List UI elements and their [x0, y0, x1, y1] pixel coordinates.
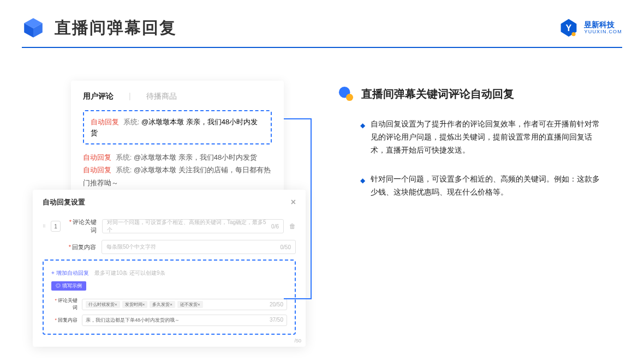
form-row-2: *回复内容 每条限50个中文字符 0/50 [43, 240, 296, 254]
right-panel: 直播间弹幕关键词评论自动回复 ◆ 自动回复设置为了提升作者的评论回复效率，作者可… [338, 64, 611, 337]
content: 用户评论 | 待播商品 自动回复 系统: @冰墩墩本墩 亲亲，我们48小时内发货… [0, 48, 644, 337]
counter: 20/50 [270, 301, 283, 307]
auto-reply-tag: 自动回复 [83, 166, 111, 174]
example-row-1: *评论关键词 什么时候发货× 发货时间× 多久发货× 还不发货× 20/50 [51, 297, 287, 311]
brand-en: YUUXIN.COM [584, 29, 622, 35]
chip[interactable]: 什么时候发货× [86, 301, 120, 308]
brand: Y 昱新科技 YUUXIN.COM [559, 18, 622, 38]
highlighted-comment: 自动回复 系统: @冰墩墩本墩 亲亲，我们48小时内发货 [83, 110, 272, 144]
scroll-counter: /50 [294, 338, 301, 343]
add-auto-reply-link[interactable]: + 增加自动回复 [51, 270, 89, 276]
delete-icon[interactable]: 🗑 [289, 222, 296, 230]
header-left: 直播间弹幕回复 [22, 16, 177, 39]
svg-text:Y: Y [566, 23, 572, 33]
modal-header: 自动回复设置 × [43, 197, 296, 213]
comments-card: 用户评论 | 待播商品 自动回复 系统: @冰墩墩本墩 亲亲，我们48小时内发货… [71, 81, 284, 202]
system-label: 系统: [116, 166, 132, 174]
cube-icon [22, 16, 45, 39]
auto-reply-tag: 自动回复 [83, 153, 111, 161]
content-label: *回复内容 [65, 243, 96, 251]
brand-logo-icon: Y [559, 18, 579, 38]
chip-input[interactable]: 什么时候发货× 发货时间× 多久发货× 还不发货× 20/50 [82, 299, 287, 310]
tab-divider: | [129, 92, 131, 101]
settings-modal: 自动回复设置 × ⠿ 1 *评论关键词 对同一个问题，可设置多个相近、高频的关键… [33, 190, 306, 347]
auto-reply-tag: 自动回复 [91, 118, 119, 126]
tabs: 用户评论 | 待播商品 [83, 92, 272, 101]
chip[interactable]: 多久发货× [150, 301, 175, 308]
index-box: 1 [51, 221, 61, 232]
content-input[interactable]: 每条限50个中文字符 0/50 [102, 240, 296, 254]
counter: 37/50 [270, 317, 283, 324]
input-placeholder: 对同一个问题，可设置多个相近、高频的关键词，Tag确定，最多5个 [107, 219, 271, 234]
example-block: + 增加自动回复 最多可建10条 还可以创建9条 ◎ 填写示例 *评论关键词 什… [43, 260, 296, 335]
counter: 0/50 [281, 244, 291, 250]
system-label: 系统: [116, 153, 132, 161]
counter: 0/6 [271, 224, 279, 230]
tab-user-comments[interactable]: 用户评论 [83, 92, 114, 101]
comment-text: @冰墩墩本墩 亲亲，我们48小时内发货 [134, 153, 257, 161]
header: 直播间弹幕回复 Y 昱新科技 YUUXIN.COM [0, 0, 644, 39]
section-title: 直播间弹幕关键词评论自动回复 [361, 87, 514, 101]
chip[interactable]: 还不发货× [177, 301, 203, 308]
bullet-2: ◆ 针对同一个问题，可设置多个相近的、高频的关键词。例如：这款多少钱、这块能优惠… [338, 173, 611, 199]
ex-content-text: 亲，我们这边都是下单48小时内发货的哦～ [86, 317, 180, 324]
svg-point-4 [572, 32, 576, 36]
brand-text: 昱新科技 YUUXIN.COM [584, 21, 622, 34]
diamond-icon: ◆ [360, 175, 365, 199]
comment-line-2: 自动回复 系统: @冰墩墩本墩 亲亲，我们48小时内发货 [83, 151, 272, 164]
comment-line-3: 自动回复 系统: @冰墩墩本墩 关注我们的店铺，每日都有热门推荐呦～ [83, 164, 272, 189]
chat-bubble-icon [338, 86, 354, 101]
mockups: 用户评论 | 待播商品 自动回复 系统: @冰墩墩本墩 亲亲，我们48小时内发货… [33, 64, 306, 337]
drag-handle-icon[interactable]: ⠿ [43, 224, 45, 229]
section-header: 直播间弹幕关键词评论自动回复 [338, 86, 611, 101]
form-row-1: ⠿ 1 *评论关键词 对同一个问题，可设置多个相近、高频的关键词，Tag确定，最… [43, 218, 296, 234]
ex-content-label: *回复内容 [51, 317, 77, 324]
ex-keyword-label: *评论关键词 [51, 297, 77, 311]
input-placeholder: 每条限50个中文字符 [106, 243, 156, 251]
bullet-text: 针对同一个问题，可设置多个相近的、高频的关键词。例如：这款多少钱、这块能优惠吗、… [371, 173, 605, 199]
diamond-icon: ◆ [360, 120, 365, 156]
bullet-text: 自动回复设置为了提升作者的评论回复效率，作者可在开播前针对常见的评论用户问题，提… [371, 118, 605, 156]
page-title: 直播间弹幕回复 [55, 17, 177, 39]
system-label: 系统: [123, 118, 140, 126]
add-hint: 最多可建10条 还可以创建9条 [94, 270, 165, 276]
keyword-input[interactable]: 对同一个问题，可设置多个相近、高频的关键词，Tag确定，最多5个 0/6 [102, 219, 284, 233]
tab-pending-products[interactable]: 待播商品 [146, 92, 177, 101]
keyword-label: *评论关键词 [66, 218, 97, 234]
close-icon[interactable]: × [291, 197, 296, 207]
bullet-1: ◆ 自动回复设置为了提升作者的评论回复效率，作者可在开播前针对常见的评论用户问题… [338, 118, 611, 156]
modal-title: 自动回复设置 [43, 197, 85, 207]
example-row-2: *回复内容 亲，我们这边都是下单48小时内发货的哦～ 37/50 [51, 315, 287, 326]
brand-cn: 昱新科技 [584, 21, 622, 29]
ex-content-input[interactable]: 亲，我们这边都是下单48小时内发货的哦～ 37/50 [82, 315, 287, 326]
chip[interactable]: 发货时间× [122, 301, 148, 308]
svg-point-6 [346, 94, 353, 101]
example-tag: ◎ 填写示例 [51, 281, 86, 291]
